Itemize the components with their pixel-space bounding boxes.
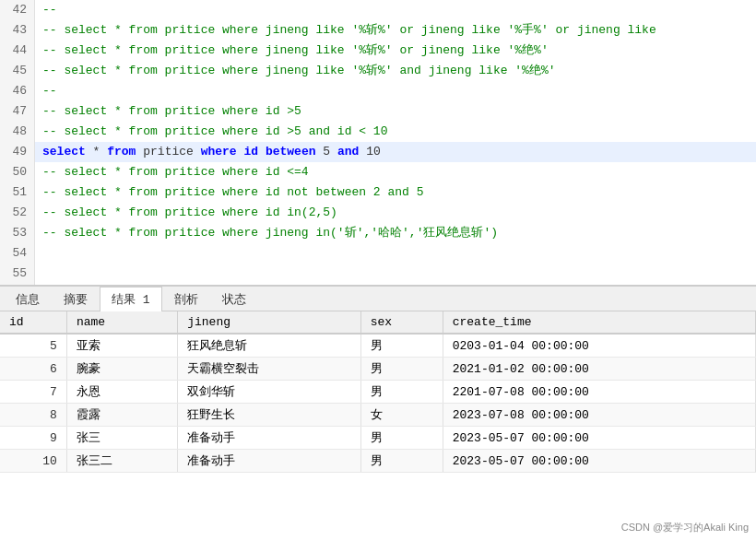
code-line-52: 52-- select * from pritice where id in(2… <box>0 203 756 223</box>
results-area: idnamejinengsexcreate_time 5亚索狂风绝息斩男0203… <box>0 311 756 540</box>
cell-name: 张三 <box>66 427 177 450</box>
line-number: 50 <box>0 162 35 182</box>
results-table: idnamejinengsexcreate_time 5亚索狂风绝息斩男0203… <box>0 311 756 473</box>
cell-name: 腕豪 <box>66 358 177 381</box>
line-content: -- select * from pritice where id in(2,5… <box>35 203 756 223</box>
cell-create_time: 2023-07-08 00:00:00 <box>443 404 755 427</box>
line-number: 54 <box>0 243 35 264</box>
line-number: 43 <box>0 20 35 41</box>
tab-剖析[interactable]: 剖析 <box>162 287 210 311</box>
cell-jineng: 狂野生长 <box>178 404 360 427</box>
cell-name: 永恩 <box>66 381 177 404</box>
cell-id: 8 <box>0 404 66 427</box>
code-line-42: 42-- <box>0 0 756 20</box>
table-row: 8霞露狂野生长女2023-07-08 00:00:00 <box>0 404 756 427</box>
code-line-43: 43-- select * from pritice where jineng … <box>0 20 756 41</box>
column-header-name: name <box>66 311 177 334</box>
cell-jineng: 双剑华斩 <box>178 381 360 404</box>
cell-sex: 男 <box>360 358 443 381</box>
cell-sex: 男 <box>360 381 443 404</box>
table-row: 6腕豪天霸横空裂击男2021-01-02 00:00:00 <box>0 358 756 381</box>
table-body: 5亚索狂风绝息斩男0203-01-04 00:00:006腕豪天霸横空裂击男20… <box>0 334 756 473</box>
line-content: -- select * from pritice where id <=4 <box>35 162 756 182</box>
cell-jineng: 准备动手 <box>178 450 360 473</box>
line-content: -- <box>35 81 756 101</box>
code-line-45: 45-- select * from pritice where jineng … <box>0 61 756 81</box>
code-line-51: 51-- select * from pritice where id not … <box>0 182 756 203</box>
watermark: CSDN @爱学习的Akali King <box>621 521 749 534</box>
line-number: 42 <box>0 0 35 20</box>
line-number: 45 <box>0 61 35 81</box>
tabs-bar: 信息摘要结果 1剖析状态 <box>0 286 756 311</box>
cell-jineng: 天霸横空裂击 <box>178 358 360 381</box>
line-number: 52 <box>0 203 35 223</box>
column-header-id: id <box>0 311 66 334</box>
cell-id: 6 <box>0 358 66 381</box>
cell-id: 7 <box>0 381 66 404</box>
table-header: idnamejinengsexcreate_time <box>0 311 756 334</box>
line-content: -- select * from pritice where jineng li… <box>35 41 756 61</box>
code-line-44: 44-- select * from pritice where jineng … <box>0 41 756 61</box>
tab-结果-1[interactable]: 结果 1 <box>100 287 162 311</box>
cell-id: 10 <box>0 450 66 473</box>
code-line-47: 47-- select * from pritice where id >5 <box>0 101 756 122</box>
cell-name: 张三二 <box>66 450 177 473</box>
code-line-53: 53-- select * from pritice where jineng … <box>0 223 756 243</box>
cell-name: 亚索 <box>66 334 177 358</box>
line-content: -- select * from pritice where id >5 <box>35 101 756 122</box>
cell-create_time: 0203-01-04 00:00:00 <box>443 334 755 358</box>
line-number: 44 <box>0 41 35 61</box>
code-editor[interactable]: 42--43-- select * from pritice where jin… <box>0 0 756 286</box>
line-number: 47 <box>0 101 35 122</box>
table-row: 9张三准备动手男2023-05-07 00:00:00 <box>0 427 756 450</box>
line-number: 46 <box>0 81 35 101</box>
tab-摘要[interactable]: 摘要 <box>52 287 100 311</box>
code-line-50: 50-- select * from pritice where id <=4 <box>0 162 756 182</box>
line-content: select * from pritice where id between 5… <box>35 142 756 162</box>
cell-create_time: 2021-01-02 00:00:00 <box>443 358 755 381</box>
tab-信息[interactable]: 信息 <box>4 287 52 311</box>
table-row: 7永恩双剑华斩男2201-07-08 00:00:00 <box>0 381 756 404</box>
line-content: -- select * from pritice where id not be… <box>35 182 756 203</box>
line-number: 48 <box>0 122 35 142</box>
cell-id: 9 <box>0 427 66 450</box>
code-line-55: 55 <box>0 264 756 284</box>
cell-jineng: 准备动手 <box>178 427 360 450</box>
line-content: -- select * from pritice where jineng li… <box>35 61 756 81</box>
cell-sex: 女 <box>360 404 443 427</box>
code-line-46: 46-- <box>0 81 756 101</box>
code-line-54: 54 <box>0 243 756 264</box>
cell-jineng: 狂风绝息斩 <box>178 334 360 358</box>
code-line-48: 48-- select * from pritice where id >5 a… <box>0 122 756 142</box>
code-line-49: 49select * from pritice where id between… <box>0 142 756 162</box>
line-content: -- <box>35 0 756 20</box>
cell-create_time: 2023-05-07 00:00:00 <box>443 427 755 450</box>
cell-create_time: 2201-07-08 00:00:00 <box>443 381 755 404</box>
line-content: -- select * from pritice where id >5 and… <box>35 122 756 142</box>
cell-name: 霞露 <box>66 404 177 427</box>
column-header-sex: sex <box>360 311 443 334</box>
column-header-jineng: jineng <box>178 311 360 334</box>
line-number: 51 <box>0 182 35 203</box>
line-number: 55 <box>0 264 35 284</box>
line-content: -- select * from pritice where jineng li… <box>35 20 756 41</box>
line-number: 53 <box>0 223 35 243</box>
table-row: 10张三二准备动手男2023-05-07 00:00:00 <box>0 450 756 473</box>
tab-状态[interactable]: 状态 <box>210 287 258 311</box>
cell-sex: 男 <box>360 334 443 358</box>
cell-sex: 男 <box>360 427 443 450</box>
cell-id: 5 <box>0 334 66 358</box>
column-header-create_time: create_time <box>443 311 755 334</box>
table-row: 5亚索狂风绝息斩男0203-01-04 00:00:00 <box>0 334 756 358</box>
line-number: 49 <box>0 142 35 162</box>
cell-sex: 男 <box>360 450 443 473</box>
cell-create_time: 2023-05-07 00:00:00 <box>443 450 755 473</box>
line-content: -- select * from pritice where jineng in… <box>35 223 756 243</box>
